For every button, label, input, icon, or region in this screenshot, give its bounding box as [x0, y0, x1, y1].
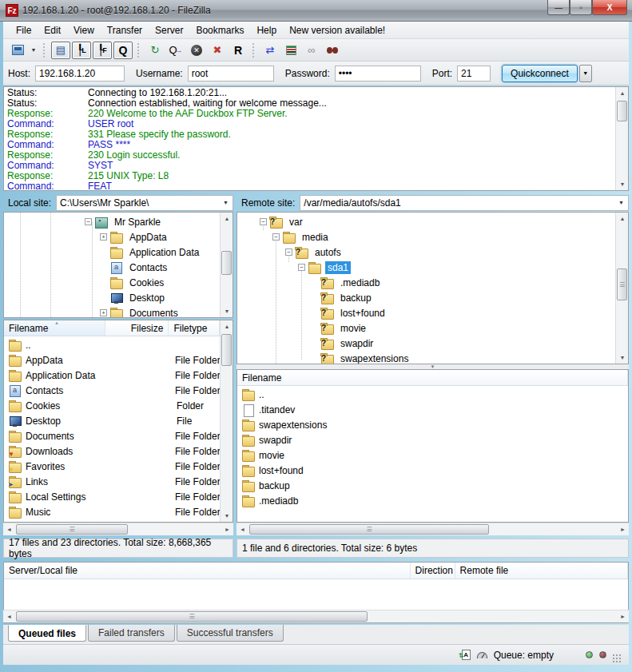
- list-row[interactable]: Local SettingsFile Folder: [4, 489, 220, 504]
- collapse-icon[interactable]: −: [85, 218, 92, 225]
- scroll-up-icon[interactable]: ▲: [616, 87, 629, 99]
- list-row[interactable]: ..: [237, 387, 615, 402]
- port-input[interactable]: [457, 66, 491, 82]
- expand-icon[interactable]: +: [100, 309, 107, 316]
- reconnect-button[interactable]: R: [229, 42, 248, 59]
- remote-tree[interactable]: −var−media−autofs−sda1.mediadbbackuplost…: [237, 212, 629, 364]
- tree-item[interactable]: −autofs: [285, 245, 344, 260]
- tree-item[interactable]: Cookies: [100, 275, 166, 290]
- local-tree-vscrollbar[interactable]: ▲ ▼: [220, 213, 233, 317]
- list-row[interactable]: .titandev: [237, 402, 615, 417]
- tree-item[interactable]: +Documents: [100, 305, 181, 318]
- list-row[interactable]: ContactsFile Folder: [4, 383, 220, 398]
- quickconnect-dropdown[interactable]: ▼: [579, 65, 592, 82]
- column-header-filename[interactable]: Filename: [237, 370, 628, 385]
- list-row[interactable]: backup: [237, 478, 615, 493]
- local-list-hscrollbar[interactable]: ◄ ►: [3, 523, 233, 535]
- menu-item-edit[interactable]: Edit: [38, 23, 67, 38]
- refresh-button[interactable]: ↻: [145, 42, 165, 59]
- title-bar[interactable]: Fz 192.168.1.20 - root@192.168.1.20 - Fi…: [0, 0, 632, 22]
- toggle-remote-tree-button[interactable]: ┞F: [93, 42, 112, 59]
- cancel-operation-button[interactable]: ✕: [187, 42, 206, 59]
- remote-tree-vscrollbar[interactable]: ▲ ▼: [615, 213, 628, 364]
- column-header-server-local-file[interactable]: Server/Local file: [4, 563, 411, 579]
- remote-file-list[interactable]: Filename ...titandevswapextensionsswapdi…: [237, 369, 629, 523]
- password-input[interactable]: [335, 66, 421, 82]
- tab-failed-transfers[interactable]: Failed transfers: [88, 625, 175, 642]
- queue-hscrollbar[interactable]: ◄ ►: [3, 610, 629, 622]
- menu-item-new-version-available-[interactable]: New version available!: [283, 23, 392, 38]
- list-row[interactable]: ..: [4, 337, 220, 352]
- column-header-filesize[interactable]: Filesize: [105, 320, 169, 336]
- log-vscrollbar[interactable]: ▲ ▼: [615, 87, 628, 190]
- tree-item[interactable]: −var: [260, 214, 305, 229]
- tree-item[interactable]: −media: [272, 229, 331, 245]
- remote-site-combo[interactable]: /var/media/autofs/sda1 ▼: [300, 195, 629, 211]
- site-manager-dropdown[interactable]: ▼: [29, 47, 38, 53]
- host-input[interactable]: [35, 66, 125, 82]
- resize-grip[interactable]: [613, 654, 621, 662]
- site-manager-button[interactable]: [8, 42, 27, 59]
- tree-item[interactable]: +AppData: [100, 229, 169, 245]
- list-row[interactable]: AppDataFile Folder: [4, 352, 220, 368]
- process-queue-button[interactable]: Q→: [166, 42, 185, 59]
- collapse-icon[interactable]: −: [298, 264, 305, 271]
- column-header-remote-file[interactable]: Remote file: [455, 563, 628, 579]
- message-log[interactable]: Status:Connecting to 192.168.1.20:21...S…: [3, 86, 629, 191]
- username-input[interactable]: [188, 66, 274, 82]
- list-row[interactable]: movie: [237, 447, 615, 463]
- tree-item[interactable]: Contacts: [100, 260, 169, 275]
- local-list-vscrollbar[interactable]: ▲ ▼: [220, 320, 233, 522]
- menu-item-help[interactable]: Help: [250, 23, 283, 38]
- tree-item[interactable]: Desktop: [100, 290, 167, 305]
- toggle-queue-button[interactable]: Q: [113, 42, 133, 59]
- menu-item-view[interactable]: View: [67, 23, 101, 38]
- disconnect-button[interactable]: ✖: [208, 42, 227, 59]
- minimize-button[interactable]: —: [547, 0, 570, 15]
- local-file-list[interactable]: Filename▲FilesizeFiletype ..AppDataFile …: [3, 320, 233, 523]
- tree-item[interactable]: −Mr Sparkle: [85, 214, 163, 229]
- list-row[interactable]: .mediadb: [237, 493, 615, 508]
- menu-item-file[interactable]: File: [10, 23, 38, 38]
- chevron-down-icon[interactable]: ▼: [220, 197, 232, 209]
- list-row[interactable]: Application DataFile Folder: [4, 368, 220, 383]
- tree-item[interactable]: .mediadb: [311, 275, 382, 290]
- directory-comparison-button[interactable]: ⇄: [260, 42, 280, 59]
- collapse-icon[interactable]: −: [272, 233, 280, 241]
- list-row[interactable]: lost+found: [237, 463, 615, 478]
- scroll-down-icon[interactable]: ▼: [616, 178, 629, 190]
- list-row[interactable]: swapextensions: [237, 417, 615, 432]
- directory-listing-button[interactable]: [281, 42, 300, 59]
- toggle-local-tree-button[interactable]: ┞L: [72, 42, 91, 59]
- transfer-type-icon[interactable]: A: [462, 650, 471, 660]
- list-row[interactable]: swapdir: [237, 432, 615, 447]
- tree-item[interactable]: swapdir: [311, 336, 376, 351]
- list-row[interactable]: DesktopFile: [4, 413, 220, 428]
- toggle-message-log-button[interactable]: ▤: [51, 42, 70, 59]
- tree-item[interactable]: lost+found: [311, 305, 388, 320]
- list-row[interactable]: ➤LinksFile Folder: [4, 474, 220, 489]
- tree-item[interactable]: movie: [311, 320, 368, 336]
- list-row[interactable]: MusicFile Folder: [4, 504, 220, 519]
- tree-item[interactable]: Application Data: [100, 245, 201, 260]
- tree-item[interactable]: backup: [311, 290, 374, 305]
- column-header-filename[interactable]: Filename▲: [4, 320, 105, 336]
- list-row[interactable]: DocumentsFile Folder: [4, 428, 220, 443]
- close-button[interactable]: X: [592, 0, 627, 15]
- local-tree[interactable]: −Mr Sparkle+AppDataApplication DataConta…: [3, 212, 233, 318]
- collapse-icon[interactable]: −: [260, 218, 267, 225]
- tree-item[interactable]: swapextensions: [311, 351, 411, 364]
- synchronized-browsing-button[interactable]: ∞: [302, 42, 321, 59]
- local-site-combo[interactable]: C:\Users\Mr Sparkle\ ▼: [56, 195, 233, 211]
- column-header-filetype[interactable]: Filetype: [169, 320, 220, 336]
- menu-item-server[interactable]: Server: [149, 23, 189, 38]
- tab-successful-transfers[interactable]: Successful transfers: [177, 625, 284, 642]
- collapse-icon[interactable]: −: [285, 249, 292, 256]
- quickconnect-button[interactable]: Quickconnect: [502, 65, 578, 82]
- maximize-button[interactable]: ▫: [570, 0, 592, 15]
- speed-limit-icon[interactable]: [477, 652, 487, 658]
- menu-item-transfer[interactable]: Transfer: [101, 23, 149, 38]
- find-files-button[interactable]: [323, 42, 342, 59]
- remote-list-hscrollbar[interactable]: ◄ ►: [237, 523, 629, 535]
- menu-item-bookmarks[interactable]: Bookmarks: [189, 23, 250, 38]
